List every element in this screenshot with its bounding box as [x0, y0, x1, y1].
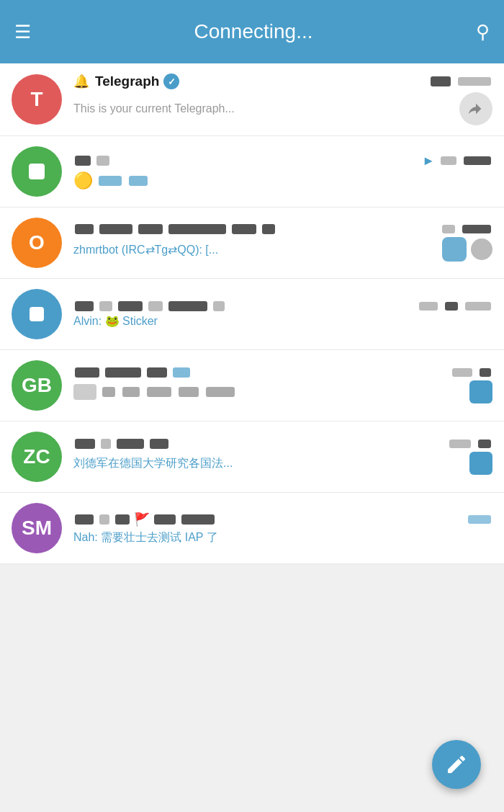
chat-second-row: 🟡 [73, 171, 492, 190]
chat-second-row: zhmrtbot (IRC⇄Tg⇄QQ): [... [73, 237, 492, 262]
redacted-block [458, 77, 491, 86]
redacted-block [148, 301, 163, 311]
chat-second-row: This is your current Telegraph... [73, 92, 492, 125]
header: ☰ Connecting... ⚲ [0, 0, 504, 63]
redacted-block [115, 514, 130, 525]
redacted-block [75, 224, 94, 234]
emoji-flag: 🚩 [134, 512, 150, 527]
chat-second-row: Nah: 需要壮士去测试 IAP 了 [73, 530, 492, 545]
redacted-block [99, 176, 122, 186]
chat-top-row: ► [73, 153, 492, 169]
redacted-block [99, 224, 132, 234]
list-item[interactable]: SM 🚩 Nah: 需要壮士去测试 IAP 了 [0, 493, 504, 564]
redacted-block [452, 368, 472, 377]
list-item[interactable]: O zhmrtbot (IRC⇄Tg⇄QQ): [... [0, 208, 504, 279]
avatar-small [471, 238, 492, 260]
avatar: GB [12, 360, 62, 411]
chat-info: ► 🟡 [73, 153, 492, 190]
forward-button[interactable] [459, 92, 492, 125]
redacted-block [147, 367, 167, 378]
unread-icon [469, 380, 492, 403]
chat-top-row: 🚩 [73, 512, 492, 527]
chat-top-row [73, 224, 492, 234]
chat-name-row [73, 439, 170, 449]
redacted-block [464, 156, 491, 165]
redacted-block [73, 384, 96, 400]
pencil-icon [445, 753, 468, 776]
chat-top-row [73, 367, 492, 378]
redacted-block [96, 156, 109, 166]
chat-info: 🚩 Nah: 需要壮士去测试 IAP 了 [73, 512, 492, 545]
avatar: T [12, 74, 62, 125]
redacted-block [99, 514, 109, 525]
redacted-block [445, 302, 458, 311]
redacted-block [232, 224, 256, 234]
redacted-block [75, 156, 91, 166]
chat-preview: Alvin: 🐸 Sticker [73, 314, 158, 328]
list-item[interactable]: ZC 刘德军在德国大学研究各国法... [0, 421, 504, 493]
header-title: Connecting... [31, 20, 476, 43]
unread-icon [469, 452, 492, 475]
redacted-block [262, 224, 275, 234]
redacted-block [99, 301, 112, 311]
redacted-block [173, 367, 190, 378]
time-area [441, 225, 492, 233]
chat-top-row [73, 301, 492, 311]
list-item[interactable]: GB [0, 350, 504, 421]
redacted-block [75, 367, 99, 378]
verified-badge [163, 73, 179, 89]
redacted-block [468, 515, 491, 524]
chat-preview: Nah: 需要壮士去测试 IAP 了 [73, 530, 218, 545]
redacted-block [213, 301, 225, 311]
redacted-block [179, 387, 199, 397]
redacted-block [75, 301, 94, 311]
chat-info: 刘德军在德国大学研究各国法... [73, 439, 492, 475]
avatar: O [12, 218, 62, 268]
redacted-block [147, 387, 171, 397]
time-area: ► [422, 153, 492, 169]
chat-name-row: 🚩 [73, 512, 216, 527]
chat-second-row: Alvin: 🐸 Sticker [73, 314, 492, 328]
forward-icon [468, 101, 484, 117]
menu-icon[interactable]: ☰ [14, 22, 31, 41]
redacted-block [150, 439, 168, 449]
avatar [12, 289, 62, 339]
redacted-block [419, 302, 438, 311]
time-area [418, 302, 492, 311]
chat-info [73, 367, 492, 403]
avatar: ZC [12, 432, 62, 482]
time-area [429, 76, 492, 86]
list-item[interactable]: Alvin: 🐸 Sticker [0, 279, 504, 350]
redacted-block [117, 439, 144, 449]
chat-name-row [73, 156, 111, 166]
list-item[interactable]: ► 🟡 [0, 136, 504, 208]
redacted-block [102, 387, 115, 397]
search-icon[interactable]: ⚲ [476, 21, 490, 43]
chat-info: zhmrtbot (IRC⇄Tg⇄QQ): [... [73, 224, 492, 262]
compose-fab[interactable] [432, 740, 481, 789]
redacted-block [168, 224, 226, 234]
chat-preview: 刘德军在德国大学研究各国法... [73, 456, 233, 471]
chat-name-row [73, 224, 276, 234]
redacted-block [431, 76, 451, 86]
redacted-block [181, 514, 215, 525]
redacted-block [168, 301, 207, 311]
chat-name-row [73, 301, 226, 311]
redacted-block [75, 514, 94, 525]
redacted-block [129, 176, 148, 186]
redacted-block [465, 302, 491, 311]
chat-info: 🔔 Telegraph This is your current Telegra… [73, 73, 492, 125]
chat-list: T 🔔 Telegraph This is your current Teleg… [0, 63, 504, 564]
chat-preview: This is your current Telegraph... [73, 102, 235, 115]
redacted-block [138, 224, 163, 234]
list-item[interactable]: T 🔔 Telegraph This is your current Teleg… [0, 63, 504, 136]
redacted-block [105, 367, 141, 378]
redacted-block [122, 387, 140, 397]
time-area [451, 368, 492, 377]
time-area [467, 515, 492, 524]
redacted-block [441, 156, 456, 165]
send-icon: ► [422, 153, 435, 169]
redacted-block [480, 368, 491, 377]
chat-second-row [73, 380, 492, 403]
chat-name: Telegraph [95, 73, 159, 89]
